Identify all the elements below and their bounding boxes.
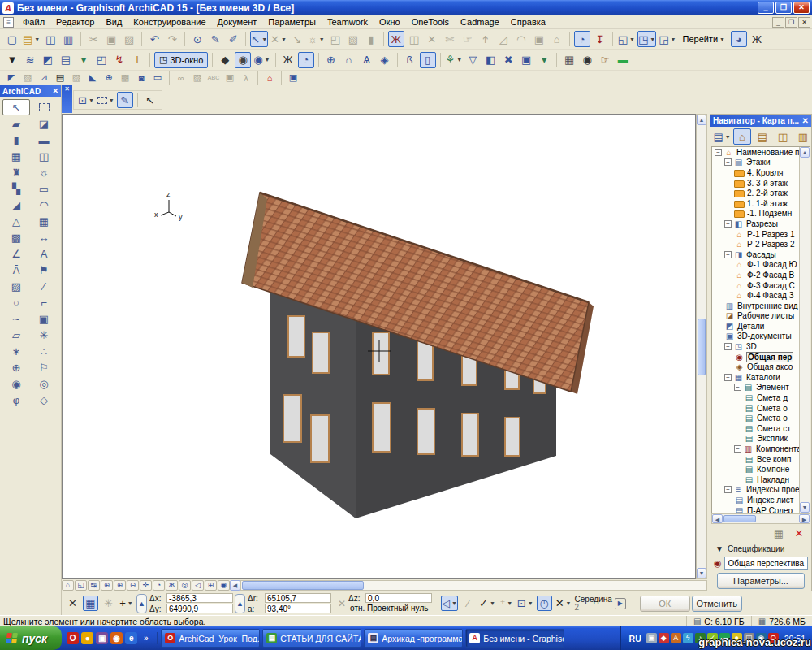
pan-hand-icon[interactable]: ✛: [140, 580, 152, 591]
box-gray-icon[interactable]: ▣: [222, 72, 237, 84]
lock-box-icon[interactable]: ◙: [134, 72, 149, 84]
walk-camera-icon[interactable]: Ѧ: [359, 52, 375, 68]
tree-item-label[interactable]: -1. Подземн: [747, 209, 792, 218]
menu-файл[interactable]: Файл: [17, 16, 50, 28]
stamp-tool-icon[interactable]: ∗: [2, 343, 30, 359]
tree-item-label[interactable]: 1. 1-й этаж: [747, 199, 788, 208]
tracker-grid-icon[interactable]: ▦: [83, 596, 98, 611]
tree-item[interactable]: ⌂Р-2 Разрез 2: [712, 239, 810, 249]
tree-item-label[interactable]: Ф-1 Фасад Ю: [747, 260, 797, 269]
tree-expander-icon[interactable]: −: [724, 251, 732, 258]
tree-item[interactable]: −▤Элемент: [712, 383, 810, 393]
ground-site-icon[interactable]: ▬: [615, 52, 631, 68]
tree-item[interactable]: ⌂Ф-4 Фасад З: [712, 290, 810, 301]
tree-item-label[interactable]: Смета о: [757, 414, 788, 422]
scroll-left-arrow[interactable]: ◀: [230, 580, 240, 591]
column-icon-icon[interactable]: ▮: [363, 31, 379, 47]
tree-item-label[interactable]: Смета ст: [757, 424, 791, 433]
dy-value[interactable]: 64990,9: [166, 604, 233, 613]
tree-item[interactable]: 2. 2-й этаж: [712, 188, 810, 198]
orbit-view-icon[interactable]: ◕: [731, 31, 747, 47]
menu-конструирование[interactable]: Конструирование: [127, 16, 211, 28]
explore-model-icon[interactable]: Ж: [388, 31, 404, 47]
lamp-tool-icon[interactable]: ☼: [30, 164, 58, 180]
snap-triangle-icon[interactable]: ◁▼: [441, 596, 458, 611]
viewport-vertical-scrollbar[interactable]: ▲ ▼: [696, 114, 707, 579]
menu-параметры[interactable]: Параметры: [262, 16, 322, 28]
shell-tool-icon[interactable]: ◠: [30, 197, 58, 213]
orbit-icon[interactable]: ◔: [574, 31, 590, 47]
tree-item[interactable]: ◩Детали: [712, 321, 810, 332]
hatch-rect-icon[interactable]: ▨: [20, 72, 35, 84]
tree-item-label[interactable]: Фасады: [746, 250, 776, 259]
3d-window-icon[interactable]: ◳3D-окно: [154, 52, 208, 68]
corner-doc-icon[interactable]: ◰: [93, 52, 110, 68]
dropdown-arrow-icon[interactable]: ▼: [719, 37, 725, 42]
snap-dial-icon[interactable]: ◷: [537, 596, 552, 611]
menu-документ[interactable]: Документ: [212, 16, 263, 28]
marquee-area-icon[interactable]: ▼: [97, 92, 115, 108]
dark-hatch-icon[interactable]: ▩: [118, 72, 132, 84]
tree-expander-icon[interactable]: −: [724, 374, 732, 381]
arrow-tool-icon[interactable]: ↖: [2, 99, 30, 115]
tree-expander-icon[interactable]: −: [724, 220, 732, 228]
window-select-3-icon[interactable]: ◲▼: [658, 31, 676, 47]
tree-item[interactable]: −▦Каталоги: [712, 372, 810, 383]
marquee-tool-icon[interactable]: [30, 99, 58, 115]
target-tool-icon[interactable]: ⊕: [2, 359, 30, 375]
orbit-small-icon[interactable]: ◔: [153, 580, 165, 591]
layout-book-icon[interactable]: ◫: [774, 128, 792, 145]
angle-dimension-tool-icon[interactable]: ∠: [2, 245, 30, 262]
dr-value[interactable]: 65105,7: [265, 593, 331, 603]
tree-item[interactable]: −▥Компонента: [712, 444, 810, 454]
dropdown-arrow-icon[interactable]: ▼: [261, 37, 267, 42]
axono-tool-icon[interactable]: ◇: [30, 392, 58, 408]
find-select-icon[interactable]: ⊙: [189, 31, 205, 47]
start-button[interactable]: пуск: [0, 626, 62, 650]
scrollbar-thumb[interactable]: [698, 318, 706, 375]
ie-icon[interactable]: e: [125, 632, 137, 644]
tree-item-label[interactable]: Детали: [737, 322, 764, 331]
object-tool-icon[interactable]: ♜: [2, 164, 30, 180]
tree-item[interactable]: ▥Внутренние вид: [712, 301, 810, 311]
tree-item[interactable]: ▤Смета ст: [712, 423, 810, 434]
walk-mode-icon[interactable]: Ж: [280, 52, 296, 68]
zoom-increase-icon[interactable]: ⊕: [101, 580, 113, 591]
restore-button[interactable]: ❐: [775, 2, 792, 14]
yellow-app-icon[interactable]: ●: [81, 632, 93, 644]
square-ruler-icon[interactable]: ◿: [495, 31, 512, 47]
roof-tool-icon[interactable]: ◢: [2, 197, 30, 213]
dropdown-arrow-icon[interactable]: ▼: [319, 37, 325, 42]
paintbrush-icon[interactable]: ▾: [76, 52, 92, 68]
tree-item-label[interactable]: Ф-4 Фасад З: [747, 291, 794, 300]
zoom-doc-icon[interactable]: ◱: [75, 580, 87, 591]
fill-tool-icon[interactable]: ▨: [2, 278, 30, 294]
tree-item[interactable]: ⌂Р-1 Разрез 1: [712, 229, 810, 240]
spline-tool-icon[interactable]: ∼: [2, 310, 30, 327]
layers-icon[interactable]: ▧: [345, 31, 361, 47]
dropdown-arrow-icon[interactable]: ▼: [490, 600, 495, 606]
stair-tool-icon[interactable]: ▚: [2, 180, 30, 197]
drawing-tool-icon[interactable]: ▱: [2, 327, 30, 343]
funnel-icon[interactable]: ▽: [464, 52, 481, 68]
scroll-up-arrow[interactable]: ▲: [800, 147, 810, 158]
dz-value[interactable]: 0,0: [365, 593, 432, 603]
tree-item[interactable]: ⌂Ф-2 Фасад В: [712, 270, 810, 280]
menu-справка[interactable]: Справка: [505, 16, 551, 28]
dropdown-arrow-icon[interactable]: ▼: [629, 37, 635, 42]
hatch2-icon[interactable]: ▨: [69, 72, 84, 84]
camera-path-icon[interactable]: ◉▼: [253, 52, 270, 68]
column-tool-icon[interactable]: ▮: [2, 132, 30, 148]
scroll-up-arrow[interactable]: ▲: [697, 115, 706, 125]
menu-onetools[interactable]: OneTools: [406, 16, 455, 28]
properties-icon[interactable]: ▦: [771, 525, 787, 541]
specifications-section[interactable]: ▼ Спецификации: [710, 542, 811, 555]
morph-tool-icon[interactable]: △: [2, 213, 30, 229]
ok-button[interactable]: ОК: [640, 596, 690, 612]
grid-tool-icon[interactable]: ▩: [2, 229, 30, 245]
dropdown-arrow-icon[interactable]: ▼: [265, 57, 270, 63]
doc-b-icon[interactable]: ß: [402, 52, 418, 68]
dropdown-arrow-icon[interactable]: ▼: [725, 134, 731, 140]
tree-item[interactable]: ▤П-АР Содер: [712, 505, 810, 514]
viewport-horizontal-scrollbar[interactable]: [240, 580, 707, 591]
